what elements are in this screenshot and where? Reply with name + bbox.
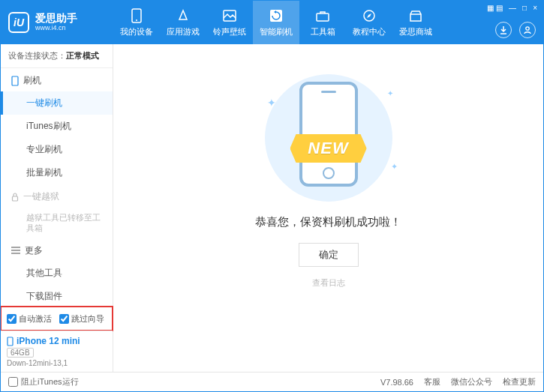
svg-point-1 <box>136 19 137 21</box>
brand: iU 爱思助手 www.i4.cn <box>8 12 113 33</box>
support-link[interactable]: 客服 <box>424 376 440 388</box>
device-name: iPhone 12 mini <box>7 336 107 346</box>
titlebar: iU 爱思助手 www.i4.cn 我的设备 应用游戏 铃声壁纸 智能刷机 工具… <box>1 1 543 44</box>
version-label: V7.98.66 <box>380 378 413 387</box>
sidebar-item-other-tools[interactable]: 其他工具 <box>1 262 113 285</box>
sidebar-item-download-firmware[interactable]: 下载固件 <box>1 285 113 307</box>
store-icon <box>408 8 423 23</box>
nav-tabs: 我的设备 应用游戏 铃声壁纸 智能刷机 工具箱 教程中心 爱思商城 <box>113 1 439 44</box>
sidebar: 设备连接状态：正常模式 刷机 一键刷机 iTunes刷机 专业刷机 批量刷机 一… <box>1 44 113 372</box>
sparkle-icon: ✦ <box>391 162 398 172</box>
svg-point-6 <box>526 27 529 30</box>
device-capacity: 64GB <box>7 348 34 358</box>
device-panel[interactable]: iPhone 12 mini 64GB Down-12mini-13,1 <box>1 331 113 372</box>
checkbox-block-itunes[interactable]: 阻止iTunes运行 <box>8 376 79 388</box>
checkbox-auto-activate[interactable]: 自动激活 <box>7 313 52 325</box>
jailbreak-note: 越狱工具已转移至工具箱 <box>1 208 113 238</box>
svg-rect-9 <box>8 337 13 346</box>
svg-rect-8 <box>13 196 18 201</box>
sidebar-group-flash[interactable]: 刷机 <box>1 68 113 91</box>
connection-status: 设备连接状态：正常模式 <box>1 44 113 68</box>
tab-toolbox[interactable]: 工具箱 <box>299 1 346 44</box>
sidebar-group-more[interactable]: 更多 <box>1 238 113 262</box>
tab-tutorials[interactable]: 教程中心 <box>346 1 392 44</box>
option-checkboxes: 自动激活 跳过向导 <box>1 307 113 331</box>
apps-icon <box>176 8 191 23</box>
app-url: www.i4.cn <box>35 25 77 32</box>
wechat-link[interactable]: 微信公众号 <box>451 376 492 388</box>
wallpaper-icon <box>222 8 237 23</box>
toolbox-icon <box>315 8 330 23</box>
phone-icon <box>129 8 144 23</box>
new-ribbon: NEW <box>290 134 366 163</box>
user-button[interactable] <box>519 22 536 38</box>
list-icon <box>11 247 20 254</box>
check-update-link[interactable]: 检查更新 <box>503 376 536 388</box>
view-log-link[interactable]: 查看日志 <box>312 277 345 289</box>
sidebar-group-jailbreak: 一键越狱 <box>1 184 113 208</box>
footer: 阻止iTunes运行 V7.98.66 客服 微信公众号 检查更新 <box>1 372 543 391</box>
sparkle-icon: ✦ <box>267 97 276 109</box>
refresh-icon <box>269 8 284 23</box>
sidebar-item-itunes-flash[interactable]: iTunes刷机 <box>1 115 113 138</box>
download-button[interactable] <box>495 22 512 38</box>
main-content: NEW ✦ ✦ ✦ 恭喜您，保资料刷机成功啦！ 确定 查看日志 <box>113 44 543 372</box>
checkbox-skip-guide[interactable]: 跳过向导 <box>59 313 104 325</box>
success-illustration: NEW ✦ ✦ ✦ <box>246 74 411 202</box>
minimize-button[interactable]: — <box>509 4 516 12</box>
tab-ringtones[interactable]: 铃声壁纸 <box>206 1 253 44</box>
close-button[interactable]: × <box>533 4 537 12</box>
app-window: iU 爱思助手 www.i4.cn 我的设备 应用游戏 铃声壁纸 智能刷机 工具… <box>0 0 544 392</box>
phone-small-icon <box>11 76 19 86</box>
ok-button[interactable]: 确定 <box>299 243 359 267</box>
tab-my-device[interactable]: 我的设备 <box>113 1 160 44</box>
success-message: 恭喜您，保资料刷机成功啦！ <box>255 215 401 229</box>
compass-icon <box>362 8 377 23</box>
tab-smart-flash[interactable]: 智能刷机 <box>253 1 299 44</box>
app-name: 爱思助手 <box>35 13 77 24</box>
svg-rect-4 <box>317 13 329 21</box>
phone-tiny-icon <box>7 337 14 346</box>
menu-icon[interactable]: ▦ ▤ <box>487 4 503 12</box>
sidebar-item-batch-flash[interactable]: 批量刷机 <box>1 161 113 184</box>
tab-store[interactable]: 爱思商城 <box>392 1 439 44</box>
sidebar-item-oneclick-flash[interactable]: 一键刷机 <box>1 91 113 115</box>
maximize-button[interactable]: □ <box>522 4 527 12</box>
sidebar-item-pro-flash[interactable]: 专业刷机 <box>1 138 113 161</box>
sparkle-icon: ✦ <box>387 89 393 97</box>
lock-icon <box>11 193 19 202</box>
device-firmware: Down-12mini-13,1 <box>7 359 107 367</box>
svg-rect-7 <box>12 76 18 85</box>
app-logo-icon: iU <box>8 12 29 33</box>
tab-apps-games[interactable]: 应用游戏 <box>160 1 206 44</box>
window-controls: ▦ ▤ — □ × <box>487 4 537 12</box>
